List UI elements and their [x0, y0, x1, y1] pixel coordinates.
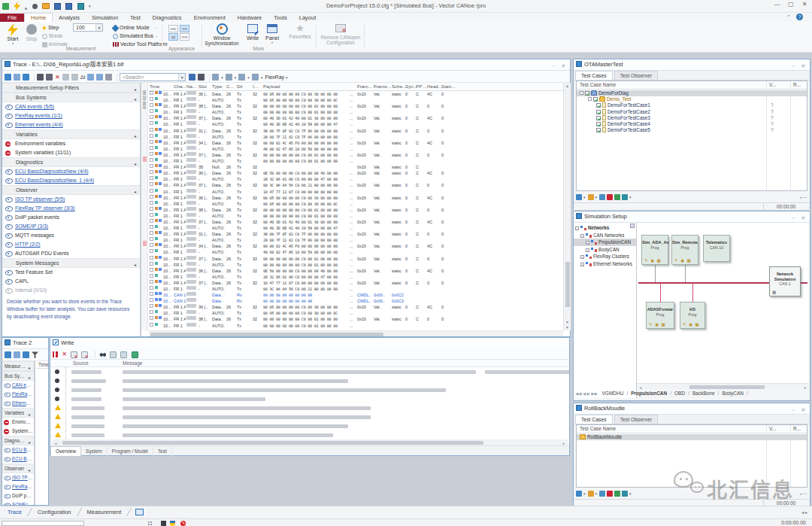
tool-icon-0[interactable]: [576, 491, 582, 497]
trace-row[interactable]: 10...FR 1 A36 [..Data..26Tx3200 05 00 00…: [149, 91, 563, 97]
filter-item[interactable]: MQTT messages: [2, 231, 140, 240]
filter-item[interactable]: Environment variables: [2, 418, 34, 427]
filter-item[interactable]: Ethernet events (4/4): [2, 120, 140, 129]
grid-status-icon[interactable]: [147, 521, 153, 526]
app-tab-configuration[interactable]: Configuration: [30, 506, 79, 518]
filter-item[interactable]: FlexRay events (1/1): [2, 390, 34, 399]
checkbox-icon[interactable]: [593, 97, 598, 102]
filter-section-header[interactable]: Measurement Setup Filters◂: [2, 361, 34, 371]
filter-item[interactable]: FlexRay TP observer (3/3): [2, 482, 34, 491]
trace-stop-icon[interactable]: [71, 74, 78, 81]
toggle-mm[interactable]: mm: [180, 33, 189, 41]
sim-tree-row[interactable]: +PropulsionCAN: [574, 239, 636, 246]
filter-item[interactable]: Test Feature Set: [2, 268, 140, 277]
trace-row[interactable]: 10...FR 1-AUTO..Tx00 40 3D 8E 42 40 20 5…: [149, 121, 563, 127]
trace-row[interactable]: 10...FR 1-AUTO..Tx00 05 00 00 00 00 C0 0…: [149, 201, 563, 207]
help-icon[interactable]: ?: [796, 14, 803, 20]
stop-button[interactable]: Stop: [23, 23, 40, 41]
test-tree-row[interactable]: DemoForTestCase1?: [577, 102, 807, 108]
filter-item[interactable]: ECU BasicDiagnosticsNew_1 (4/4): [2, 176, 140, 185]
trace-filter-icon[interactable]: [37, 74, 44, 81]
online-mode-button[interactable]: Online Mode: [113, 23, 150, 32]
sim-tree-row[interactable]: +FlexRay Clusters: [574, 253, 636, 260]
column-header[interactable]: Dir: [237, 84, 243, 89]
tool-icon-1[interactable]: [588, 194, 594, 200]
expander-icon[interactable]: [580, 91, 583, 95]
checkbox-icon[interactable]: [596, 128, 601, 132]
trace-vscrollbar[interactable]: ▲ ▼ ▼: [563, 83, 571, 330]
trace-row[interactable]: 10...FR 1 A34 [..Data..26Tx3200 00 02 4C…: [149, 243, 563, 249]
trace-row[interactable]: 10...FR 1 A37 [..Data..26Tx3210 47 77 11…: [149, 280, 563, 286]
filter-section-header[interactable]: Diagnostics◂: [2, 436, 34, 445]
filter-item[interactable]: DoIP packet events: [2, 491, 34, 500]
write-tab-system[interactable]: System: [81, 447, 108, 457]
tool-icon-3[interactable]: [607, 491, 613, 497]
sim-node[interactable]: Sim_ADA_AvProg✎ ◉ ▦: [641, 235, 668, 265]
panel-pin-icon[interactable]: ▫: [789, 405, 798, 415]
error-status-icon[interactable]: [180, 521, 186, 526]
favorites-button[interactable]: ★ Favorites: [289, 23, 311, 39]
trace-row[interactable]: 10...FR 1 A38 [..Data..26Tx3200 00 00 00…: [149, 103, 563, 109]
trace-row[interactable]: 10...FR 1-AUTO..Tx00 00 00 00 00 00 C0 0…: [149, 158, 563, 164]
trace-save-icon[interactable]: [189, 74, 195, 81]
filter-item[interactable]: SOME/IP (3/3): [2, 222, 140, 231]
column-header[interactable]: Start...: [441, 84, 455, 89]
trace-close-icon[interactable]: ✕: [559, 61, 568, 71]
expander-icon[interactable]: –: [575, 227, 579, 230]
column-header[interactable]: PP ...: [416, 84, 427, 89]
write-column-header[interactable]: Source Message: [50, 360, 569, 367]
trace-row[interactable]: 10...FR 1-AUTO..Tx00 00 00 00 00 00 C0 0…: [149, 109, 563, 115]
trace-row[interactable]: 10...FR 1 A36 [..Data..26Tx320E 50 00 00…: [149, 170, 563, 176]
column-header[interactable]: Frame...: [374, 84, 391, 89]
trace-row[interactable]: 10...FR 1 A35Null..26Tx320x20Val.static0…: [149, 164, 563, 170]
sim-node[interactable]: TelematicsCAN 10: [703, 235, 730, 262]
speed-dropdown-icon[interactable]: ▼: [95, 24, 102, 31]
write-message-row[interactable]: [50, 394, 569, 403]
test-tree-row[interactable]: DemoForTestCase3?: [577, 115, 807, 121]
checkbox-icon[interactable]: [585, 91, 589, 96]
expander-icon[interactable]: –: [580, 234, 584, 238]
filter-item[interactable]: System variables (11/11): [2, 148, 140, 157]
trace2-window-titlebar[interactable]: Trace 2: [2, 338, 48, 349]
start-button[interactable]: Start ▾: [3, 23, 23, 45]
sim-node[interactable]: HSProg✎ ◉ ▦: [680, 302, 705, 329]
trace-fix-icon[interactable]: [5, 74, 11, 81]
write-tab-overview[interactable]: Overview: [50, 446, 81, 456]
write-tab-program-model[interactable]: Program / Model: [108, 447, 153, 457]
trace-filter-add-icon[interactable]: [198, 74, 205, 81]
trace-view-icon[interactable]: [212, 74, 219, 81]
filter-item[interactable]: CAN events (5/5): [2, 102, 140, 111]
trace-row[interactable]: 10...FR 1-AUTO..Tx10 47 77 11 07 C0 00 0…: [149, 189, 563, 195]
trace-row[interactable]: 10...FR 1-AUTO..Tx28 32 06 01 00 C0 00 0…: [149, 176, 563, 182]
filter-item[interactable]: ISO TP observer (5/5): [2, 195, 140, 204]
column-header[interactable]: Time: [150, 84, 160, 89]
maximize-button[interactable]: ▢: [785, 1, 797, 8]
animation-speed-input[interactable]: 100▼: [73, 23, 103, 32]
sim-tree-row[interactable]: +Ethernet Networks: [574, 260, 636, 268]
clear-all-icon[interactable]: ✕: [71, 351, 77, 358]
trace-table-header[interactable]: TimeCha...Na...SlotTypeC...DirI...Payloa…: [149, 83, 563, 91]
sim-tab-obd[interactable]: OBD: [671, 391, 688, 396]
tool-icon-2[interactable]: [599, 194, 605, 200]
close-button[interactable]: ✕: [798, 1, 810, 8]
sim-tab-vgmdhu[interactable]: VGMDHU: [599, 391, 627, 396]
trace-prev-icon[interactable]: [87, 74, 94, 81]
filter-item[interactable]: FlexRay events (1/1): [2, 111, 140, 120]
expander-icon[interactable]: +: [580, 263, 584, 266]
filter-item[interactable]: Internal (0/10): [2, 286, 140, 295]
trace-delta-time-icon[interactable]: Δt: [80, 74, 86, 80]
filter-item[interactable]: DoIP packet events: [2, 213, 140, 222]
copy-icon[interactable]: [110, 351, 117, 358]
test-tree-row[interactable]: DemoForTestCase4?: [577, 121, 807, 127]
trace-pin-icon[interactable]: ▫: [549, 61, 559, 71]
remove-canopen-button[interactable]: ✕ Remove CANopenConfiguration: [319, 23, 362, 45]
filter-item[interactable]: CAN events (5/5): [2, 381, 34, 390]
sim-hscrollbar[interactable]: ◂▸: [637, 383, 809, 389]
write-message-row[interactable]: [50, 421, 569, 430]
filter-section-header[interactable]: Variables◂: [2, 129, 140, 139]
write-message-row[interactable]: [50, 430, 569, 439]
trace-row[interactable]: 10...FR 1-AUTO..Tx00 05 00 00 00 00 C0 0…: [149, 310, 563, 316]
simulation-setup-titlebar[interactable]: Simulation Setup ▫✕: [574, 211, 810, 223]
panel-close-icon[interactable]: ✕: [798, 61, 808, 71]
toggle-ms[interactable]: ms: [180, 25, 189, 32]
